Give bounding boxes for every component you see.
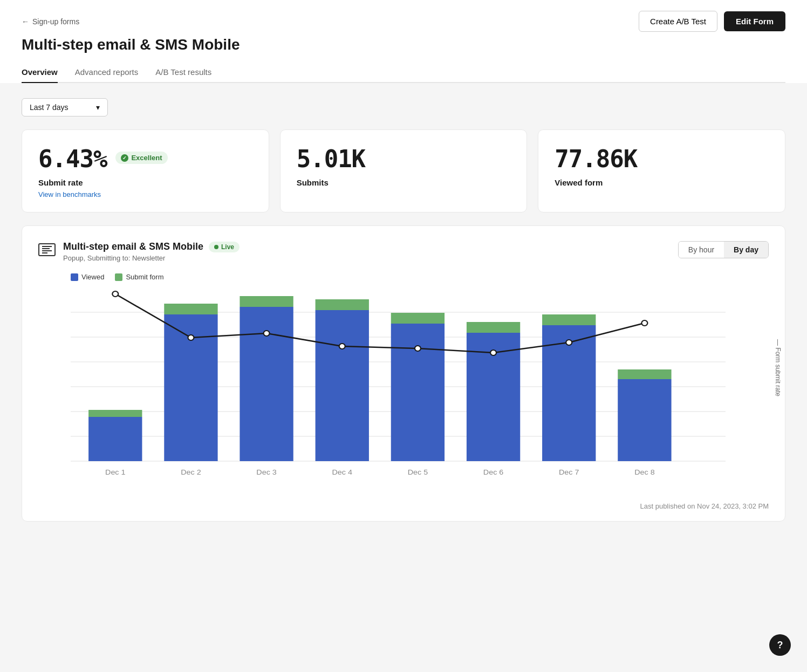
breadcrumb-row: ← Sign-up forms Create A/B Test Edit For… bbox=[22, 11, 785, 32]
svg-text:Dec 6: Dec 6 bbox=[483, 469, 504, 476]
right-axis-label: — Form submit rate bbox=[774, 339, 782, 396]
svg-rect-3 bbox=[42, 252, 47, 253]
stat-card-submits: 5.01K Submits bbox=[280, 129, 528, 212]
chart-header: Multi-step email & SMS Mobile Live Popup… bbox=[38, 241, 769, 262]
line-dot-dec7 bbox=[566, 340, 572, 345]
tabs-row: Overview Advanced reports A/B Test resul… bbox=[22, 62, 785, 83]
create-ab-button[interactable]: Create A/B Test bbox=[639, 11, 717, 32]
stat-label-submit-rate: Submit rate bbox=[38, 178, 252, 187]
svg-text:Dec 2: Dec 2 bbox=[181, 469, 201, 476]
toggle-by-hour-button[interactable]: By hour bbox=[679, 242, 724, 258]
legend-submit-form: Submit form bbox=[115, 273, 163, 281]
bar-dec4-submit bbox=[316, 299, 369, 310]
date-filter-dropdown[interactable]: Last 7 days ▾ bbox=[22, 98, 108, 116]
page-wrapper: ← Sign-up forms Create A/B Test Edit For… bbox=[0, 0, 807, 672]
stat-value-submit-rate: 6.43% bbox=[38, 145, 107, 173]
svg-text:Dec 4: Dec 4 bbox=[332, 469, 353, 476]
line-dot-dec8 bbox=[641, 320, 647, 326]
bar-dec4-viewed bbox=[316, 310, 369, 461]
chart-legend: Viewed Submit form bbox=[71, 273, 769, 281]
bar-dec1-viewed bbox=[88, 417, 142, 461]
bar-dec2-submit bbox=[164, 304, 217, 314]
top-header: ← Sign-up forms Create A/B Test Edit For… bbox=[0, 0, 807, 83]
svg-rect-0 bbox=[42, 246, 52, 247]
line-dot-dec6 bbox=[490, 350, 496, 355]
bar-dec5-viewed bbox=[391, 324, 444, 461]
stat-value-row-1: 6.43% ✓ Excellent bbox=[38, 145, 252, 173]
bar-dec7-submit bbox=[542, 314, 596, 325]
last-published-label: Last published on Nov 24, 2023, 3:02 PM bbox=[640, 502, 769, 510]
chart-form-icon bbox=[38, 243, 56, 256]
live-dot-icon bbox=[214, 245, 218, 249]
back-arrow-icon: ← bbox=[22, 17, 29, 26]
bar-dec3-viewed bbox=[240, 307, 293, 461]
svg-rect-2 bbox=[42, 250, 52, 251]
breadcrumb-link[interactable]: Sign-up forms bbox=[32, 17, 79, 26]
chart-title-text: Multi-step email & SMS Mobile Live Popup… bbox=[63, 241, 240, 262]
stat-card-submit-rate: 6.43% ✓ Excellent Submit rate View in be… bbox=[22, 129, 269, 212]
chart-subtitle: Popup, Submitting to: Newsletter bbox=[63, 254, 240, 262]
tab-advanced-reports[interactable]: Advanced reports bbox=[75, 62, 139, 83]
stat-label-viewed: Viewed form bbox=[555, 178, 769, 187]
filter-row: Last 7 days ▾ bbox=[22, 98, 785, 116]
help-button[interactable]: ? bbox=[769, 634, 791, 656]
chart-title-main: Multi-step email & SMS Mobile Live bbox=[63, 241, 240, 252]
legend-viewed-label: Viewed bbox=[81, 273, 104, 281]
line-dot-dec2 bbox=[188, 335, 194, 340]
tab-ab-test-results[interactable]: A/B Test results bbox=[155, 62, 211, 83]
line-dot-dec3 bbox=[264, 331, 270, 336]
excellent-badge: ✓ Excellent bbox=[115, 152, 167, 164]
chart-toggle: By hour By day bbox=[678, 241, 769, 258]
bar-dec6-submit bbox=[467, 322, 520, 333]
chart-container: 0 2K 4K 6K 8K 10K 12K 0% 1.16% 2.33% 3.4… bbox=[38, 289, 769, 493]
date-filter-label: Last 7 days bbox=[30, 103, 69, 112]
line-dot-dec5 bbox=[415, 346, 421, 351]
stat-value-row-2: 5.01K bbox=[297, 145, 511, 173]
check-icon: ✓ bbox=[121, 154, 128, 162]
chart-title-name: Multi-step email & SMS Mobile bbox=[63, 241, 203, 252]
bar-dec8-submit bbox=[618, 369, 671, 379]
svg-text:Dec 1: Dec 1 bbox=[105, 469, 125, 476]
header-right-buttons: Create A/B Test Edit Form bbox=[639, 11, 785, 32]
line-dot-dec1 bbox=[112, 291, 118, 297]
stat-label-submits: Submits bbox=[297, 178, 511, 187]
legend-viewed: Viewed bbox=[71, 273, 104, 281]
live-label: Live bbox=[221, 243, 234, 251]
line-dot-dec4 bbox=[339, 344, 345, 349]
chevron-down-icon: ▾ bbox=[96, 103, 100, 112]
svg-text:Dec 3: Dec 3 bbox=[256, 469, 277, 476]
bar-dec3-submit bbox=[240, 296, 293, 307]
view-benchmarks-link[interactable]: View in benchmarks bbox=[38, 190, 101, 198]
bar-dec5-submit bbox=[391, 313, 444, 324]
svg-text:Dec 5: Dec 5 bbox=[408, 469, 428, 476]
legend-submit-label: Submit form bbox=[126, 273, 163, 281]
bar-dec8-viewed bbox=[618, 379, 671, 461]
legend-submit-box bbox=[115, 273, 122, 281]
svg-rect-1 bbox=[42, 248, 50, 249]
edit-form-button[interactable]: Edit Form bbox=[724, 11, 785, 31]
main-content: Last 7 days ▾ 6.43% ✓ Excellent Submit r… bbox=[0, 83, 807, 672]
stat-value-submits: 5.01K bbox=[297, 145, 365, 173]
stats-cards: 6.43% ✓ Excellent Submit rate View in be… bbox=[22, 129, 785, 212]
stat-value-viewed: 77.86K bbox=[555, 145, 637, 173]
svg-text:Dec 8: Dec 8 bbox=[634, 469, 655, 476]
live-badge: Live bbox=[209, 242, 240, 252]
chart-card: Multi-step email & SMS Mobile Live Popup… bbox=[22, 225, 785, 522]
svg-text:Dec 7: Dec 7 bbox=[559, 469, 579, 476]
chart-title-block: Multi-step email & SMS Mobile Live Popup… bbox=[38, 241, 240, 262]
page-title: Multi-step email & SMS Mobile bbox=[22, 36, 785, 53]
legend-viewed-box bbox=[71, 273, 78, 281]
bar-dec1-submit bbox=[88, 410, 142, 417]
tab-overview[interactable]: Overview bbox=[22, 62, 58, 83]
stat-value-row-3: 77.86K bbox=[555, 145, 769, 173]
excellent-label: Excellent bbox=[131, 154, 162, 162]
stat-card-viewed: 77.86K Viewed form bbox=[538, 129, 785, 212]
chart-footer: Last published on Nov 24, 2023, 3:02 PM bbox=[38, 502, 769, 510]
breadcrumb-left: ← Sign-up forms bbox=[22, 17, 79, 26]
chart-svg: 0 2K 4K 6K 8K 10K 12K 0% 1.16% 2.33% 3.4… bbox=[71, 289, 726, 493]
chart-area: 0 2K 4K 6K 8K 10K 12K 0% 1.16% 2.33% 3.4… bbox=[71, 289, 726, 493]
toggle-by-day-button[interactable]: By day bbox=[724, 242, 768, 258]
